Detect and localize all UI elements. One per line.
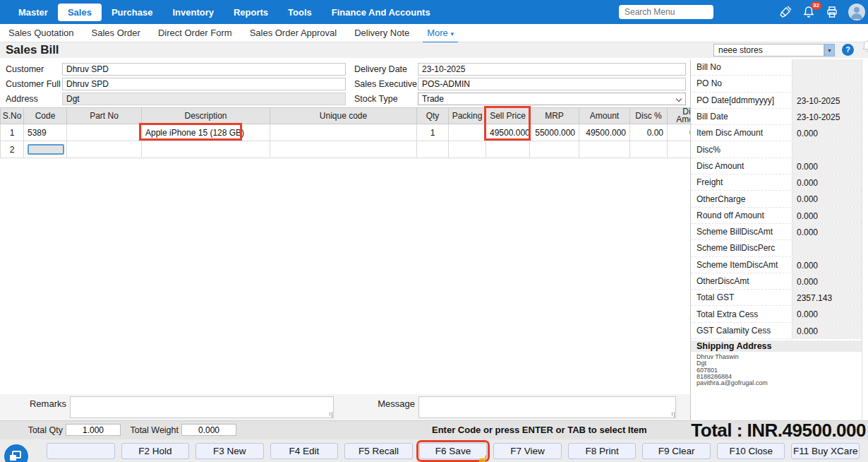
cell-amount[interactable] xyxy=(579,141,630,158)
cell-sno: 2 xyxy=(1,141,24,158)
field-value[interactable]: 0.000 xyxy=(792,323,862,338)
nav-item-tools[interactable]: Tools xyxy=(278,4,322,21)
cell-description[interactable] xyxy=(142,141,270,158)
nav-item-finance[interactable]: Finance And Accounts xyxy=(322,4,440,21)
f6-save-label: F6 Save xyxy=(435,446,471,456)
field-value[interactable] xyxy=(792,141,862,157)
cell-mrp[interactable]: 55000.000 xyxy=(530,124,579,141)
panel-row-total-extra-cess: Total Extra Cess0.000 xyxy=(691,306,862,322)
field-value[interactable]: 2357.143 xyxy=(792,290,862,305)
nav-item-purchase[interactable]: Purchase xyxy=(102,4,163,21)
f7-view-button[interactable]: F7 View xyxy=(493,443,562,459)
cell-code[interactable]: 5389 xyxy=(24,124,67,141)
search-input[interactable] xyxy=(619,5,713,19)
subnav-sales-order[interactable]: Sales Order xyxy=(92,28,140,38)
address-input[interactable] xyxy=(62,93,346,105)
panel-row-bill-date: Bill Date23-10-2025 xyxy=(691,109,862,125)
field-label: Disc Amount xyxy=(691,161,792,171)
printer-icon[interactable] xyxy=(825,5,839,19)
field-value[interactable]: 0.000 xyxy=(792,125,862,141)
shipping-street: Dgt xyxy=(697,360,862,367)
nav-item-inventory[interactable]: Inventory xyxy=(162,4,224,21)
notifications-bell-icon[interactable]: 32 xyxy=(802,5,816,19)
field-value[interactable]: 0.000 xyxy=(792,208,862,223)
f6-save-button[interactable]: F6 Save☝ xyxy=(419,443,488,459)
customer-full-name-input[interactable] xyxy=(62,78,346,90)
floating-bell-icon[interactable] xyxy=(861,40,868,54)
field-value[interactable]: 23-10-2025 xyxy=(792,93,862,108)
cell-qty[interactable] xyxy=(417,141,449,158)
cell-amount[interactable]: 49500.000 xyxy=(579,124,630,141)
customer-input[interactable] xyxy=(62,63,346,76)
cell-disc-pct[interactable]: 0.00 xyxy=(630,124,668,141)
field-value[interactable]: 0.000 xyxy=(792,273,862,289)
col-disc-amount: Disc Amount xyxy=(668,108,691,124)
message-textarea[interactable] xyxy=(418,396,676,418)
cell-unique-code[interactable] xyxy=(270,141,417,158)
total-weight-input[interactable] xyxy=(181,424,236,436)
stock-type-value: Trade xyxy=(422,94,444,104)
f1-button[interactable] xyxy=(47,443,115,459)
subnav-direct-order-form[interactable]: Direct Order Form xyxy=(158,28,232,38)
cell-disc-amount[interactable]: 0.000 xyxy=(668,124,691,141)
item-code-input[interactable] xyxy=(28,144,64,155)
field-value[interactable]: 0.000 xyxy=(792,306,862,321)
field-value[interactable]: 0.000 xyxy=(792,191,862,206)
store-selector[interactable]: neee stores xyxy=(713,44,824,57)
cell-disc-amount[interactable] xyxy=(668,141,691,158)
f5-recall-button[interactable]: F5 Recall xyxy=(344,443,413,459)
total-qty-input[interactable] xyxy=(66,424,121,436)
shipping-name: Dhruv Thaswin xyxy=(697,354,862,360)
cell-code[interactable] xyxy=(24,141,67,158)
cell-packing[interactable] xyxy=(449,124,486,141)
f8-print-button[interactable]: F8 Print xyxy=(568,443,637,459)
total-qty-label: Total Qty xyxy=(14,425,63,435)
field-value[interactable]: 0.000 xyxy=(792,257,862,273)
f2-hold-button[interactable]: F2 Hold xyxy=(121,443,190,459)
cell-unique-code[interactable] xyxy=(270,124,417,141)
f10-close-button[interactable]: F10 Close xyxy=(717,443,785,459)
cell-sell-price[interactable] xyxy=(486,141,530,158)
cell-qty[interactable]: 1 xyxy=(417,124,449,141)
delivery-date-input[interactable] xyxy=(418,63,686,76)
f11-buy-xcare-button[interactable]: F11 Buy XCare xyxy=(791,443,860,459)
help-button[interactable]: ? xyxy=(842,44,854,56)
store-dropdown-button[interactable]: ▼ xyxy=(824,44,835,57)
f3-new-button[interactable]: F3 New xyxy=(195,443,264,459)
field-value[interactable] xyxy=(792,240,862,256)
cell-sell-price[interactable]: 49500.000 xyxy=(486,124,530,141)
field-value[interactable]: 0.000 xyxy=(792,224,862,239)
field-value[interactable] xyxy=(792,76,862,91)
col-part-no: Part No xyxy=(67,108,142,124)
subnav-sales-order-approval[interactable]: Sales Order Approval xyxy=(250,28,337,38)
field-label: PO No xyxy=(691,78,792,88)
cell-part-no[interactable] xyxy=(67,124,142,141)
total-weight-label: Total Weight xyxy=(126,425,179,435)
field-value[interactable]: 23-10-2025 xyxy=(792,109,862,124)
subnav-sales-quotation[interactable]: Sales Quotation xyxy=(8,28,74,38)
nav-item-master[interactable]: Master xyxy=(8,4,58,21)
nav-item-reports[interactable]: Reports xyxy=(224,4,278,21)
field-label: Item Disc Amount xyxy=(691,128,792,138)
cell-packing[interactable] xyxy=(449,141,486,158)
f4-edit-button[interactable]: F4 Edit xyxy=(270,443,339,459)
remarks-textarea[interactable] xyxy=(70,396,334,418)
subnav-delivery-note[interactable]: Delivery Note xyxy=(354,28,409,38)
cell-part-no[interactable] xyxy=(67,141,142,158)
field-value[interactable]: 0.000 xyxy=(792,158,862,174)
cell-mrp[interactable] xyxy=(530,141,579,158)
cell-description[interactable]: Apple iPhone 15 (128 GB) xyxy=(142,124,270,141)
nav-item-sales[interactable]: Sales xyxy=(58,4,102,21)
field-value[interactable] xyxy=(792,59,862,75)
chat-widget-icon xyxy=(12,451,21,458)
f9-clear-button[interactable]: F9 Clear xyxy=(642,443,711,459)
sales-executive-input[interactable] xyxy=(418,78,686,90)
person-glyph xyxy=(848,4,865,20)
stock-type-select[interactable]: Trade xyxy=(418,93,686,105)
field-value[interactable]: 0.000 xyxy=(792,174,862,190)
user-avatar[interactable] xyxy=(848,4,865,20)
cell-disc-pct[interactable] xyxy=(630,141,668,158)
subnav-more-dropdown[interactable]: More ▾ xyxy=(427,28,454,38)
grand-total: Total : INR.49500.000 xyxy=(691,420,866,442)
theme-brush-icon[interactable] xyxy=(778,5,792,19)
